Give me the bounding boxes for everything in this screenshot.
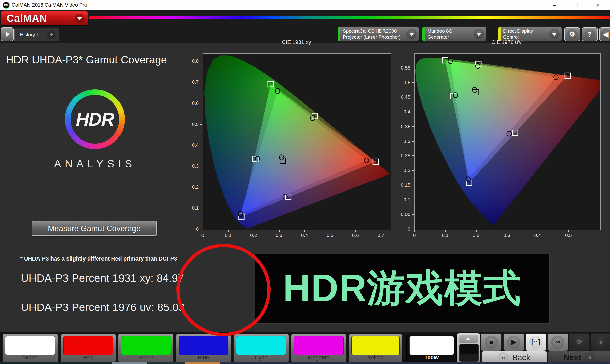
y-tick [412,97,414,97]
y-tick [200,187,202,187]
x-tick [279,230,280,232]
chevron-down-icon [549,29,560,39]
calman-menu-button[interactable]: CalMAN [1,11,88,25]
x-tick [330,230,330,232]
x-tick [568,230,569,232]
color-swatch [179,336,228,355]
calman-app-icon: CM [3,2,10,9]
y-tick [412,170,414,171]
y-tick-label: 0.15 [394,182,410,188]
stop-button[interactable]: ■ [481,333,502,351]
hdr-logo-hole: HDR [71,95,119,144]
pattern-white-button[interactable]: White [2,334,58,363]
pattern-blue-button[interactable]: Blue [176,334,231,363]
history-tab-group: History 1 + [14,28,59,41]
x-tick-label: 0.4 [530,233,545,238]
y-tick [200,61,202,61]
pattern-red-button[interactable]: Red [61,334,116,363]
x-tick-label: 0.1 [221,233,236,238]
result-1931-xy: UHDA-P3 Percent 1931 xy: 84.97 [21,272,184,284]
color-swatch [236,336,286,355]
hdr-analysis-logo: HDR [65,89,125,149]
refresh-icon: ⟳ [573,336,586,349]
y-tick-label: 0 [394,226,410,232]
next-button[interactable]: Next » [548,351,610,364]
x-tick-label: 0 [407,233,422,238]
add-tab-button[interactable]: + [44,30,59,39]
restore-button[interactable]: ❐ [570,1,582,9]
pattern-window-up-button[interactable] [459,335,478,343]
close-button[interactable]: ✕ [592,1,603,9]
color-swatch [121,336,171,355]
chart-title: CIE 1976 u'v' [414,39,600,45]
y-tick-label: 0.45 [394,94,410,100]
pattern-label: 100W [407,354,456,361]
chart-plot-area [414,53,601,230]
minimize-button[interactable]: – [549,1,560,9]
y-tick-label: 0.5 [394,80,410,85]
play-button[interactable]: ▶ [503,333,524,351]
chevron-left-icon: ◀ [601,29,610,39]
y-tick [412,200,414,200]
pattern-cyan-button[interactable]: Cyan [233,334,289,363]
pattern-yellow-button[interactable]: Yellow [349,334,402,363]
help-icon: ? [585,29,595,39]
pattern-window-preview[interactable] [459,344,479,362]
collapse-panel-button[interactable]: ◀ [599,27,610,41]
y-tick [412,68,414,68]
y-tick [412,126,414,127]
analysis-label: ANALYSIS [34,158,156,170]
y-tick [200,166,202,166]
color-swatch [351,336,400,355]
rainbow-spectrum-strip [89,16,610,19]
y-tick [200,103,202,103]
continuous-icon: ∞ [551,336,564,349]
chevron-down-icon [474,29,484,39]
red-circle-annotation [176,244,271,336]
display-dropdown-label: Direct Display Control [501,28,549,40]
page-title: HDR UHDA-P3* Gamut Coverage [6,54,167,66]
x-tick-label: 0.2 [468,233,484,238]
chart-plot-area [203,53,391,230]
x-tick-label: 0.5 [322,233,337,238]
calman-window: CM CalMAN 2018 CalMAN Video Pro – ❐ ✕ Ca… [0,0,610,364]
x-tick-label: 0.3 [272,233,287,238]
pattern-magenta-button[interactable]: Magenta [291,334,346,363]
meter-line1: SpectraCal C6 HDR2000 [343,28,406,34]
range-icon: [··] [529,336,542,349]
cie-1931-chart: CIE 1931 xy00.10.20.30.40.50.60.700.10.2… [182,45,395,241]
measure-gamut-coverage-button[interactable]: Measure Gamut Coverage [32,221,157,236]
window-title: CalMAN 2018 CalMAN Video Pro [12,2,87,8]
pattern-green-button[interactable]: Green [118,334,174,363]
refresh-button[interactable]: ⟳ [569,333,590,351]
taskbar-segment [147,362,185,364]
y-tick [200,229,202,229]
y-tick-label: 0.2 [394,168,410,173]
y-tick [200,208,202,208]
y-tick [412,214,414,215]
pattern-100w-button[interactable]: 100W [406,334,457,363]
x-tick [476,230,477,232]
y-tick-label: 0.35 [394,124,410,129]
continuous-button[interactable]: ∞ [547,333,568,351]
hdr-game-mode-banner: HDR游戏模式 [255,254,550,324]
chevron-left-double-icon: « [498,352,509,362]
x-tick-label: 0.1 [437,233,453,238]
y-tick [200,82,202,82]
y-tick-label: 0.05 [394,212,410,217]
y-tick-label: 0.1 [394,197,410,203]
workflow-expand-button[interactable] [1,27,14,41]
record-button[interactable]: ● [591,333,610,351]
tab-history-1[interactable]: History 1 [15,32,44,38]
taskbar-edge-strip [0,362,610,364]
source-dropdown-label: Murideo 6G Generator [425,28,474,40]
gear-icon: ⚙ [567,29,577,39]
x-tick-label: 0.7 [373,233,388,238]
cie-1976-chart: CIE 1976 u'v'00.10.20.30.40.500.050.10.1… [394,45,605,241]
x-tick [381,230,381,232]
range-button[interactable]: [··] [525,333,546,351]
back-button[interactable]: « Back [481,351,547,364]
pattern-label: Yellow [349,354,402,361]
color-swatch [294,336,344,355]
y-tick-label: 0.3 [182,163,199,169]
